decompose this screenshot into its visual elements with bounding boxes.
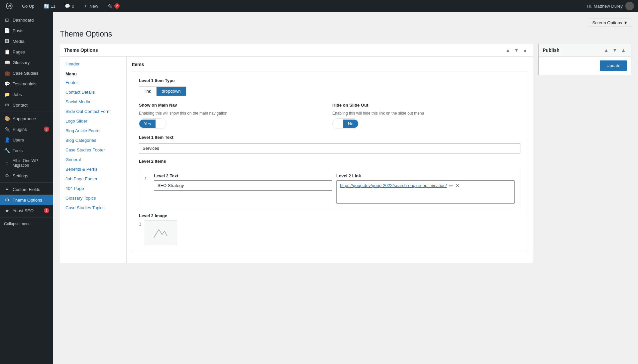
theme-nav-404[interactable]: 404 Page	[60, 184, 126, 193]
sidebar-item-label: All-in-One WP Migration	[13, 158, 49, 168]
sidebar-item-label: Testimonials	[13, 81, 37, 86]
theme-nav-case-studies-footer[interactable]: Case Studies Footer	[60, 145, 126, 155]
theme-nav-benefits-perks[interactable]: Benefits & Perks	[60, 164, 126, 174]
level2-link-url[interactable]: https://goup.dev/goup-2022/search-engine…	[340, 183, 447, 188]
level2-fields: Level 2 Text Level 2 Link https://goup.d…	[154, 173, 515, 204]
theme-nav-glossary-topics[interactable]: Glossary Topics	[60, 193, 126, 203]
posts-icon: 📄	[4, 28, 10, 33]
theme-nav-footer[interactable]: Footer	[60, 78, 126, 87]
adminbar-plugin-badge[interactable]: 🔌 2	[105, 3, 122, 9]
adminbar-updates[interactable]: 🔄 11	[42, 4, 57, 9]
sidebar-item-plugins[interactable]: 🔌 Plugins 8	[0, 124, 53, 135]
theme-nav-social-media[interactable]: Social Media	[60, 97, 126, 107]
jobs-icon: 📁	[4, 92, 10, 97]
level2-image-section: Level 2 Image 1	[139, 213, 520, 245]
hide-slide-out-col: Hide on Slide Out Enabling this will hid…	[332, 103, 520, 130]
update-button[interactable]: Update	[600, 60, 627, 71]
sidebar-item-theme-options[interactable]: ⚙ Theme Options	[0, 195, 53, 205]
allinone-icon: ↕	[4, 160, 10, 166]
sidebar-item-media[interactable]: 🖼 Media	[0, 36, 53, 46]
level1-type-label: Level 1 Item Type	[139, 78, 520, 83]
level1-text-label: Level 1 Item Text	[139, 135, 520, 140]
theme-nav-case-studies-topics[interactable]: Case Studies Topics	[60, 203, 126, 213]
publish-collapse-up-btn[interactable]: ▲	[602, 47, 610, 53]
publish-collapse-down-btn[interactable]: ▼	[611, 47, 618, 53]
link-remove-btn[interactable]: ✕	[455, 183, 460, 188]
metabox-header[interactable]: Theme Options ▲ ▼ ▲	[60, 44, 533, 56]
case-studies-icon: 💼	[4, 70, 10, 76]
sidebar-item-tools[interactable]: 🔧 Tools	[0, 145, 53, 156]
yoast-icon: ★	[4, 208, 10, 213]
yoast-badge: 2	[44, 208, 49, 213]
level2-number: 1	[145, 173, 150, 181]
glossary-icon: 📖	[4, 60, 10, 65]
content-columns: Theme Options ▲ ▼ ▲ Header Menu Footer	[60, 44, 631, 268]
yes-toggle-slider[interactable]	[156, 119, 166, 129]
metabox-collapse-up-btn[interactable]: ▲	[504, 47, 511, 53]
sidebar-item-label: Contact	[13, 103, 28, 108]
theme-nav-blog-article-footer[interactable]: Blog Article Footer	[60, 126, 126, 136]
sidebar-item-label: Dashboard	[13, 18, 34, 23]
sidebar-item-label: Settings	[13, 173, 28, 178]
contact-icon: ✉	[4, 102, 10, 108]
yes-no-toggle-main: Yes	[139, 118, 166, 129]
sidebar-item-settings[interactable]: ⚙ Settings	[0, 170, 53, 181]
sidebar-item-glossary[interactable]: 📖 Glossary	[0, 57, 53, 68]
publish-metabox-header[interactable]: Publish ▲ ▼ ▲	[539, 44, 631, 56]
adminbar-site-name[interactable]: Go Up	[20, 4, 37, 9]
publish-metabox: Publish ▲ ▼ ▲ Update	[538, 44, 631, 75]
sidebar-item-custom-fields[interactable]: ✦ Custom Fields	[0, 184, 53, 195]
link-edit-btn[interactable]: ✏	[448, 183, 454, 188]
publish-minimize-btn[interactable]: ▲	[620, 47, 627, 53]
type-dropdown-btn[interactable]: dropdown	[157, 87, 186, 96]
sidebar-item-all-in-one[interactable]: ↕ All-in-One WP Migration	[0, 156, 53, 170]
theme-nav-job-page-footer[interactable]: Job Page Footer	[60, 174, 126, 184]
theme-nav-contact-details[interactable]: Contact Details	[60, 87, 126, 97]
sidebar-item-label: Jobs	[13, 92, 22, 97]
level2-text-label: Level 2 Text	[154, 173, 332, 178]
level2-text-input[interactable]	[154, 180, 332, 191]
metabox-collapse-down-btn[interactable]: ▼	[513, 47, 520, 53]
page-title: Theme Options	[60, 30, 631, 39]
metabox-minimize-btn[interactable]: ▲	[521, 47, 529, 53]
level1-text-input[interactable]	[139, 143, 520, 153]
collapse-menu-button[interactable]: Collapse menu	[0, 219, 53, 229]
theme-nav-header[interactable]: Header	[60, 59, 126, 69]
adminbar-wp-logo[interactable]: W	[4, 3, 15, 9]
sidebar-item-testimonials[interactable]: 💬 Testimonials	[0, 78, 53, 89]
yes-no-toggle-slide: No	[332, 118, 359, 129]
sidebar-item-contact[interactable]: ✉ Contact	[0, 100, 53, 110]
sidebar-item-yoast-seo[interactable]: ★ Yoast SEO 2	[0, 205, 53, 216]
sidebar-item-case-studies[interactable]: 💼 Case Studies	[0, 68, 53, 78]
sidebar-item-jobs[interactable]: 📁 Jobs	[0, 89, 53, 100]
sidebar-item-users[interactable]: 👤 Users	[0, 135, 53, 145]
theme-nav-logo-slider[interactable]: Logo Slider	[60, 116, 126, 126]
no-toggle-slider[interactable]	[333, 119, 343, 129]
level2-image-placeholder[interactable]	[144, 220, 177, 245]
dashboard-icon: ⊞	[4, 17, 10, 23]
screen-options-button[interactable]: Screen Options ▼	[589, 19, 631, 27]
sidebar-item-appearance[interactable]: 🎨 Appearance	[0, 113, 53, 124]
sidebar-item-label: Tools	[13, 148, 23, 153]
sidebar-item-dashboard[interactable]: ⊞ Dashboard	[0, 15, 53, 25]
nav-toggle-row: Show on Main Nav Enabling this will show…	[139, 103, 520, 130]
theme-options-icon: ⚙	[4, 197, 10, 203]
type-link-btn[interactable]: link	[139, 87, 157, 96]
metabox-controls: ▲ ▼ ▲	[504, 47, 529, 53]
theme-nav-slide-out[interactable]: Slide Out Contact Form	[60, 107, 126, 116]
sidebar-item-pages[interactable]: 📋 Pages	[0, 46, 53, 57]
admin-sidebar: ⊞ Dashboard 📄 Posts 🖼 Media 📋 Pages 📖 Gl…	[0, 12, 53, 364]
sidebar-item-label: Glossary	[13, 60, 30, 65]
theme-nav-general[interactable]: General	[60, 155, 126, 164]
main-content-area: Screen Options ▼ Theme Options Theme Opt…	[53, 12, 638, 364]
theme-nav-blog-categories[interactable]: Blog Categories	[60, 136, 126, 145]
sidebar-item-label: Media	[13, 39, 24, 44]
hide-slide-no-btn[interactable]: No	[343, 120, 358, 128]
level2-image-label: Level 2 Image	[139, 213, 520, 218]
adminbar-comments[interactable]: 💬 0	[63, 4, 76, 9]
show-main-nav-yes-btn[interactable]: Yes	[139, 120, 156, 128]
sidebar-item-label: Users	[13, 137, 24, 142]
adminbar-new[interactable]: ＋ New	[81, 3, 100, 9]
side-panel: Publish ▲ ▼ ▲ Update	[538, 44, 631, 80]
sidebar-item-posts[interactable]: 📄 Posts	[0, 25, 53, 36]
